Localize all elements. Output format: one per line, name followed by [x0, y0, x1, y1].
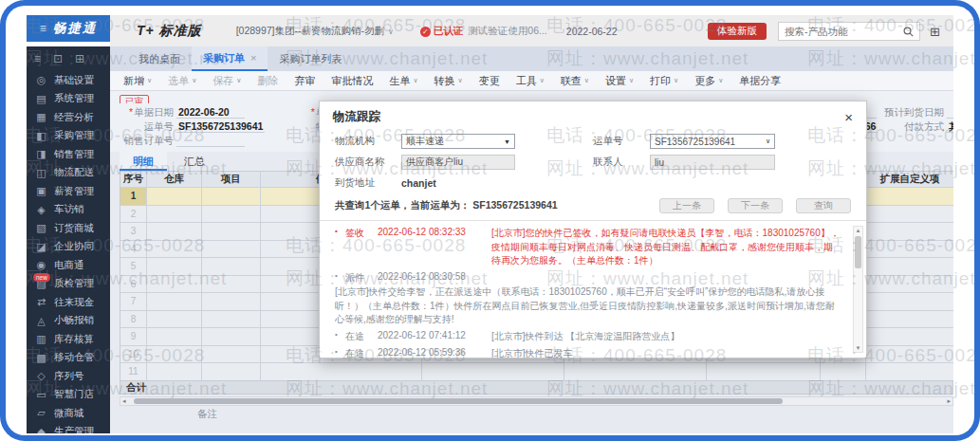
- scroll-up-icon[interactable]: ▲: [856, 227, 861, 234]
- product-search[interactable]: [778, 22, 920, 41]
- sidebar-collapse-icon[interactable]: ≡: [34, 52, 41, 65]
- toolbar-item-10[interactable]: 联查∨: [561, 74, 589, 88]
- sidebar-new-window-icon[interactable]: ⊞: [75, 52, 84, 65]
- toolbar-item-14[interactable]: 单据分享: [739, 74, 781, 88]
- sidebar-item-13[interactable]: ◬小畅报销: [27, 312, 110, 331]
- chevron-down-icon: ∨: [629, 77, 634, 84]
- scroll-right-icon[interactable]: ▸: [947, 397, 951, 405]
- toolbar-item-0[interactable]: 新增∨: [123, 74, 152, 88]
- sidebar-item-4[interactable]: ◨销售管理: [27, 145, 110, 164]
- sidebar-item-17[interactable]: ▭智慧门店: [27, 386, 110, 405]
- sidebar-item-16[interactable]: ◇序列号: [27, 367, 110, 386]
- sidebar-item-label: 微商城: [54, 407, 84, 420]
- sidebar-item-10[interactable]: ◉电商通: [27, 256, 110, 275]
- scrollbar-thumb[interactable]: [134, 398, 783, 404]
- vertical-scrollbar[interactable]: ▲ ▼: [853, 226, 863, 353]
- sidebar-item-7[interactable]: ◈车访销: [27, 201, 110, 220]
- chevron-down-icon: ∨: [458, 77, 463, 84]
- tracking-entry-2: •在途2022-06-12 07:41:12[北京市]快件到达 【北京海淀温阳路…: [335, 330, 841, 344]
- next-button[interactable]: 下一条: [728, 198, 783, 213]
- sidebar-item-5[interactable]: ◫物流配送: [27, 164, 110, 183]
- tab-close-icon[interactable]: ×: [250, 52, 256, 64]
- apps-grid-icon[interactable]: ⊞: [930, 25, 940, 39]
- sidebar-item-2[interactable]: ▦经营分析: [27, 108, 110, 127]
- waybill-combobox[interactable]: SF1356725139641 ∨: [650, 134, 775, 149]
- sidebar-item-18[interactable]: ▱微商城: [27, 404, 110, 423]
- system-date: 2022-06-22: [566, 26, 618, 37]
- toolbar-item-2[interactable]: 保存∨: [213, 74, 241, 88]
- sidebar-item-9[interactable]: ◪企业协同: [27, 238, 110, 257]
- close-icon[interactable]: ×: [844, 111, 853, 123]
- sidebar-item-11[interactable]: new▨质检管理: [27, 275, 110, 294]
- header-bar: T+ 标准版 [028997]集团--薪资物流购销-勿删 ∨ ✓ 已认证 测试验…: [110, 15, 953, 47]
- toolbar-item-label: 弃审: [294, 74, 315, 88]
- grid-cell: [866, 276, 953, 293]
- mobile-warehouse-icon: ▩: [35, 352, 47, 364]
- toolbar-item-5[interactable]: 审批情况: [331, 74, 373, 88]
- sidebar-item-3[interactable]: ◧采购管理: [27, 127, 110, 146]
- contact-input[interactable]: liu: [650, 155, 775, 170]
- field-value[interactable]: 2022-06-20: [176, 106, 245, 119]
- grid-cell: [866, 223, 953, 240]
- account-switcher[interactable]: [028997]集团--薪资物流购销-勿删 ∨: [236, 25, 394, 38]
- toolbar-item-4[interactable]: 弃审: [294, 74, 315, 88]
- horizontal-scrollbar[interactable]: ◂ ▸: [120, 396, 953, 406]
- try-new-version-button[interactable]: 体验新版: [708, 23, 767, 40]
- note-label: 备注: [197, 408, 217, 421]
- tab-2[interactable]: 采购订单列表: [268, 46, 353, 71]
- previous-button[interactable]: 上一条: [659, 198, 714, 213]
- tab-1[interactable]: 采购订单×: [192, 46, 268, 71]
- tab-summary[interactable]: 汇总: [171, 152, 218, 171]
- toolbar-item-13[interactable]: 更多∨: [694, 74, 723, 88]
- search-input[interactable]: [785, 26, 903, 37]
- toolbar-item-9[interactable]: 工具∨: [516, 74, 545, 88]
- grid-cell: [202, 223, 261, 240]
- toolbar-item-12[interactable]: 打印∨: [650, 74, 678, 88]
- query-button[interactable]: 查询: [796, 198, 851, 213]
- field-value[interactable]: SF1356725139641: [176, 120, 265, 133]
- supplier-name-input[interactable]: 供应商客户liu: [401, 155, 515, 170]
- grid-cell: [202, 293, 261, 310]
- toolbar-item-7[interactable]: 转换∨: [435, 74, 463, 88]
- row-seq-cell: 8: [120, 311, 147, 328]
- sidebar-item-14[interactable]: ▥库存核算: [27, 330, 110, 349]
- sidebar-item-12[interactable]: ⇄往来现金: [27, 293, 110, 312]
- field-value[interactable]: 其它: [947, 120, 953, 133]
- toolbar-item-6[interactable]: 生单∨: [389, 74, 417, 88]
- sidebar-item-8[interactable]: ▧订货商城: [27, 219, 110, 238]
- production-icon: ◆: [35, 426, 47, 433]
- toolbar-item-3[interactable]: 删除: [257, 74, 278, 88]
- app-logo[interactable]: ≡ 畅捷通: [27, 15, 110, 42]
- field-value[interactable]: [947, 106, 953, 119]
- tracking-description: [北京市]快件已发车: [491, 347, 841, 358]
- tab-detail[interactable]: 明细: [120, 152, 167, 171]
- chevron-down-icon: ∨: [584, 77, 589, 84]
- menu-icon[interactable]: ≡: [40, 22, 48, 35]
- sidebar-item-19[interactable]: ◆生产管理: [27, 423, 110, 434]
- scrollbar-thumb[interactable]: [855, 236, 861, 268]
- expense-icon: ◬: [35, 315, 47, 327]
- sidebar-item-0[interactable]: ◎基础设置: [27, 71, 110, 90]
- waybill-value: SF1356725139641: [655, 137, 735, 147]
- field-value[interactable]: [176, 135, 245, 147]
- institution-select[interactable]: 顺丰速递 ▼: [401, 134, 515, 149]
- scroll-left-icon[interactable]: ◂: [122, 397, 126, 405]
- table-row[interactable]: 11: [120, 363, 953, 381]
- institution-value: 顺丰速递: [406, 135, 444, 148]
- sidebar-item-15[interactable]: ▩移动仓管: [27, 349, 110, 368]
- field-label: *单据日期: [120, 106, 176, 119]
- tracking-status: 派件: [345, 271, 378, 285]
- toolbar-item-8[interactable]: 变更: [479, 74, 500, 88]
- grid-cell: [202, 346, 261, 363]
- scroll-down-icon[interactable]: ▼: [856, 344, 861, 352]
- grid-header-cell: 项目: [202, 172, 261, 187]
- row-seq-cell: 5: [120, 258, 147, 275]
- tab-0[interactable]: 我的桌面: [127, 46, 192, 71]
- sidebar-item-6[interactable]: ▣薪资管理: [27, 182, 110, 201]
- search-icon[interactable]: [903, 27, 914, 37]
- toolbar-item-1[interactable]: 选单∨: [168, 74, 196, 88]
- product-title: T+ 标准版: [137, 23, 202, 40]
- sidebar-item-1[interactable]: ▤系统管理: [27, 90, 110, 109]
- sidebar-search-icon[interactable]: ⊡: [53, 52, 63, 65]
- toolbar-item-11[interactable]: 设置∨: [605, 74, 634, 88]
